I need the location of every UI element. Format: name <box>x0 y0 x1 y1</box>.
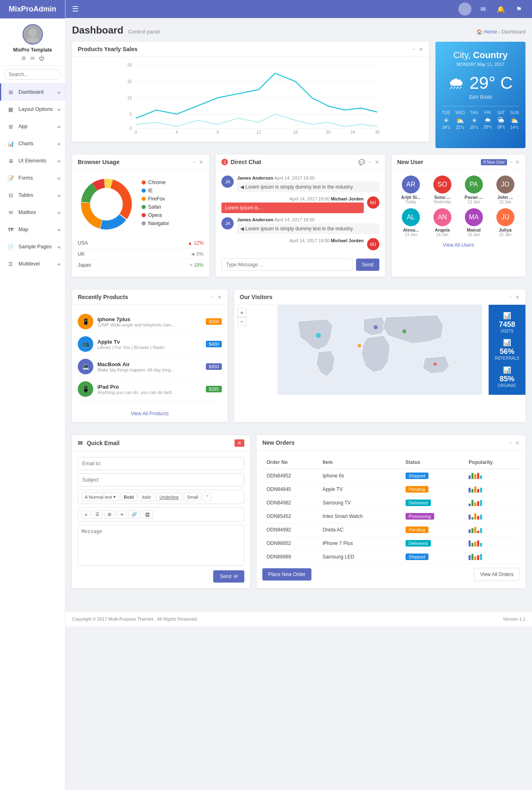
send-email-button[interactable]: Send ✉ <box>213 570 244 583</box>
recently-products-title: Recently Products <box>78 294 128 300</box>
main-content: ☰ ✉ 🔔 ⚑ Dashboard Control panel 🏠 Home ›… <box>65 0 532 790</box>
user-thumb[interactable]: PA Pavan ... 12 Jan <box>460 176 487 204</box>
minimize-icon[interactable]: − <box>211 294 214 300</box>
view-all-orders-button[interactable]: View All Orders <box>474 568 520 581</box>
new-user-badge: 8 New User <box>481 159 507 165</box>
chat-input[interactable] <box>221 259 353 271</box>
chat-message: MJ April 14, 2017 18:00 Michael Jorden <box>221 238 379 250</box>
browser-usage-body: ChromeIEFireFoxSafariOperaNavigator USA▲… <box>72 170 209 277</box>
close-icon[interactable]: ✕ <box>515 440 520 446</box>
browser-title: Browser Usage <box>78 159 119 165</box>
sidebar-nav: ⊞ Dashboard ◀ ▦ Layout Options ◀ ⊞ App ◀… <box>0 83 65 272</box>
minimize-icon[interactable]: − <box>412 46 415 52</box>
profile-icons: ⚙ ✉ ⏻ <box>3 55 62 61</box>
user-thumb[interactable]: AN Angela 14 Jan <box>428 208 456 237</box>
breadcrumb-home[interactable]: Home <box>484 29 497 35</box>
header-row: Order No Item Status Popularity <box>262 456 520 469</box>
sidebar-item-mailbox[interactable]: ✉ Mailbox ◀ <box>0 204 65 221</box>
send-button[interactable]: Send <box>356 259 379 271</box>
sidebar-item-pages[interactable]: 📄 Sample Pages ◀ <box>0 238 65 255</box>
view-all-products-link[interactable]: View All Products <box>131 411 169 416</box>
nav-label-pages: Sample Pages <box>18 244 57 250</box>
flag-icon[interactable]: ⚑ <box>512 2 525 16</box>
user-thumb[interactable]: AL Alexa... 13 Jan <box>397 208 425 237</box>
svg-text:24: 24 <box>350 130 355 135</box>
mailbox-icon: ✉ <box>6 208 15 217</box>
italic-button[interactable]: Italic <box>139 493 155 501</box>
view-all-products: View All Products <box>72 406 228 422</box>
sidebar-item-app[interactable]: ⊞ App ◀ <box>0 118 65 135</box>
organic-stat: 📊 85% ORGANIC <box>498 366 517 388</box>
minimize-icon[interactable]: − <box>193 159 196 165</box>
ui-icon: 🖥 <box>6 156 15 165</box>
link-button[interactable]: 🔗 <box>128 510 140 519</box>
view-all-users-link[interactable]: View All Users <box>443 242 474 248</box>
sidebar-item-tables[interactable]: ⊟ Tables ◀ <box>0 187 65 204</box>
quick-email-header: ✉ Quick Email ✕ <box>72 435 250 451</box>
quote-button[interactable]: " <box>203 493 211 501</box>
bold-button[interactable]: Bold <box>121 493 137 501</box>
svg-text:8: 8 <box>216 130 219 135</box>
sidebar-item-multilevel[interactable]: ☰ Multilevel ◀ <box>0 255 65 272</box>
close-icon[interactable]: ✕ <box>515 159 520 165</box>
close-button[interactable]: ✕ <box>234 439 244 447</box>
minimize-icon[interactable]: − <box>509 294 512 300</box>
sidebar-item-map[interactable]: 🗺 Map ◀ <box>0 221 65 238</box>
weather-icon: 🌧 <box>448 74 464 92</box>
weather-temp: 29° C <box>469 73 513 93</box>
topbar-avatar[interactable] <box>458 2 471 16</box>
quick-email-body: A Normal text ▾ Bold Italic Underline Sm… <box>72 451 250 588</box>
mail-icon[interactable]: ✉ <box>30 55 35 61</box>
gear-icon[interactable]: ⚙ <box>21 55 26 61</box>
minimize-icon[interactable]: − <box>368 159 372 165</box>
close-icon[interactable]: ✕ <box>217 294 222 300</box>
small-button[interactable]: Small <box>184 493 202 501</box>
minimize-icon[interactable]: − <box>509 159 513 165</box>
user-thumb[interactable]: AR Arijit Si... Today <box>397 176 425 204</box>
email-to-input[interactable] <box>78 457 244 470</box>
svg-point-28 <box>90 188 123 221</box>
pages-icon: 📄 <box>6 242 15 251</box>
mail-icon[interactable]: ✉ <box>476 2 489 16</box>
close-icon[interactable]: ✕ <box>515 294 520 300</box>
hamburger-icon[interactable]: ☰ <box>72 5 79 14</box>
email-orders-row: ✉ Quick Email ✕ A Normal text ▾ <box>72 435 525 595</box>
browser-stats: USA▲ 12%UK◄ 0%Japan> 18% <box>78 238 203 271</box>
list-ol-button[interactable]: ≡ <box>81 510 90 519</box>
email-subject-input[interactable] <box>78 473 244 486</box>
list-ul-button[interactable]: ☰ <box>92 510 103 519</box>
close-icon[interactable]: ✕ <box>419 46 423 52</box>
sidebar-item-layout[interactable]: ▦ Layout Options ◀ <box>0 101 65 118</box>
order-popularity <box>464 510 520 523</box>
format-dropdown[interactable]: A Normal text ▾ <box>81 493 119 501</box>
minimize-icon[interactable]: − <box>509 440 512 446</box>
close-icon[interactable]: ✕ <box>375 159 379 165</box>
close-icon[interactable]: ✕ <box>199 159 203 165</box>
image-button[interactable]: 🖼 <box>142 510 153 519</box>
user-thumb[interactable]: SO Sonu ... Yesterday <box>428 176 456 204</box>
sidebar-item-charts[interactable]: 📊 Charts ◀ <box>0 135 65 152</box>
svg-point-1 <box>26 37 39 43</box>
sidebar-item-ui[interactable]: 🖥 UI Elements ◀ <box>0 152 65 169</box>
chat-icon[interactable]: 💬 <box>358 159 365 165</box>
power-icon[interactable]: ⏻ <box>39 55 44 61</box>
company-link[interactable]: Multi-Purpose Themes <box>108 617 153 621</box>
table-button[interactable]: ⊞ <box>104 510 115 519</box>
bell-icon[interactable]: 🔔 <box>494 2 507 16</box>
indent-button[interactable]: ⇥ <box>116 510 126 519</box>
arrow-icon: ◀ <box>57 193 60 198</box>
card-actions: ✕ <box>234 439 244 447</box>
zoom-out-button[interactable]: − <box>237 317 246 326</box>
sidebar-item-dashboard[interactable]: ⊞ Dashboard ◀ <box>0 83 65 101</box>
underline-button[interactable]: Underline <box>156 493 182 501</box>
sales-chart-body: 20 15 10 5 0 0 4 8 12 16 20 24 30 <box>72 57 429 140</box>
sidebar-item-forms[interactable]: 📝 Forms ◀ <box>0 169 65 187</box>
user-thumb[interactable]: JU Juliya 15 Jan <box>491 208 519 237</box>
order-status: Processing <box>401 510 465 523</box>
zoom-in-button[interactable]: + <box>237 308 246 317</box>
user-thumb[interactable]: MA Maical 15 Jan <box>460 208 487 237</box>
place-order-button[interactable]: Place New Order <box>262 568 311 581</box>
user-thumb[interactable]: JO John ... 12 Jan <box>491 176 519 204</box>
email-message-input[interactable] <box>78 525 244 566</box>
search-input[interactable] <box>4 69 61 80</box>
